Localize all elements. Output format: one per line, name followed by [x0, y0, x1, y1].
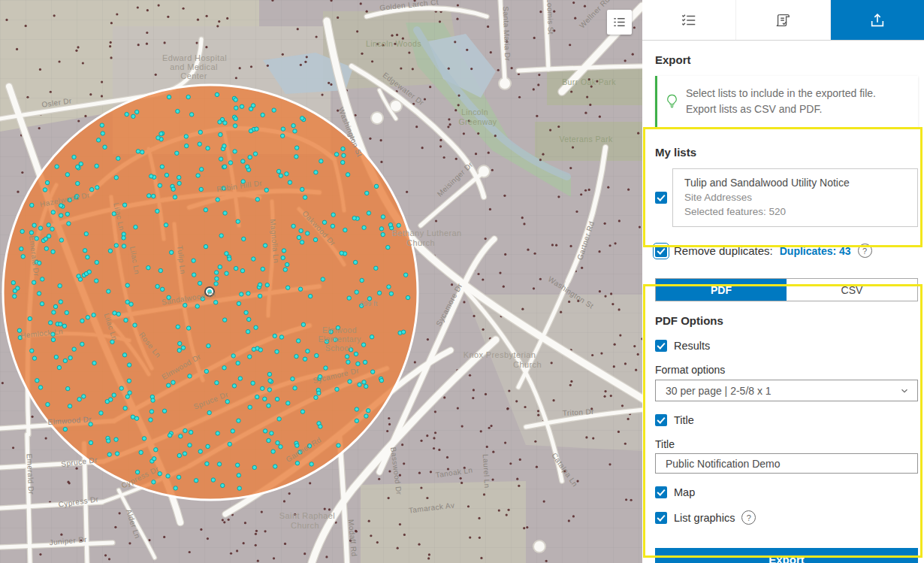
svg-text:Greenway: Greenway — [458, 117, 497, 126]
svg-text:699 ft: 699 ft — [360, 300, 378, 307]
list-item-checkbox[interactable] — [655, 192, 667, 204]
remove-duplicates-row: Remove duplicates: Duplicates: 43 ? — [655, 244, 918, 258]
list-item-row: Tulip and Sandalwood Utility Notice Site… — [655, 168, 918, 227]
svg-text:Church: Church — [406, 238, 435, 247]
title-field-label: Title — [655, 438, 918, 450]
format-options-value: 30 per page | 2-5/8 x 1 — [666, 385, 899, 397]
map-checkbox[interactable] — [655, 486, 667, 498]
list-icon — [612, 15, 627, 29]
svg-text:Triton Dr: Triton Dr — [562, 407, 594, 417]
panel-tabbar — [642, 0, 924, 41]
map-canvas[interactable]: Golden Larch CtSanta Maria DrLoomis StWe… — [0, 0, 642, 563]
pdf-options-heading: PDF Options — [655, 314, 918, 327]
export-button[interactable]: Export — [655, 548, 918, 563]
my-lists-heading: My lists — [655, 146, 918, 159]
list-item-layer: Site Addresses — [684, 191, 906, 204]
upload-icon — [869, 12, 886, 29]
title-checkbox-label: Title — [674, 414, 694, 426]
remove-duplicates-label: Remove duplicates: — [674, 244, 773, 257]
format-toggle: PDF CSV — [655, 278, 918, 301]
svg-text:Lincoln Woods: Lincoln Woods — [366, 39, 421, 48]
tab-export[interactable] — [831, 0, 924, 40]
tab-notifications[interactable] — [736, 0, 830, 40]
basemap: Golden Larch CtSanta Maria DrLoomis StWe… — [0, 0, 642, 563]
list-graphics-label: List graphics — [674, 512, 735, 524]
map-checkbox-label: Map — [674, 486, 695, 498]
tab-lists[interactable] — [642, 0, 736, 40]
list-item-title: Tulip and Sandalwood Utility Notice — [684, 176, 906, 190]
checklist-icon — [681, 12, 697, 29]
svg-text:Edward Hospital: Edward Hospital — [162, 53, 227, 62]
duplicates-help-icon[interactable]: ? — [858, 244, 872, 258]
svg-text:Elementary: Elementary — [318, 334, 361, 344]
svg-text:Bethany Lutheran: Bethany Lutheran — [391, 229, 461, 238]
svg-text:Church: Church — [291, 521, 319, 530]
svg-text:Burr Oak Park: Burr Oak Park — [562, 77, 616, 86]
panel-title: Export — [655, 53, 918, 66]
tip-line-1: Select lists to include in the exported … — [686, 87, 876, 99]
format-options-select[interactable]: 30 per page | 2-5/8 x 1 — [655, 380, 918, 401]
tip-line-2: Export lists as CSV and PDF. — [686, 103, 822, 115]
list-graphics-help-icon[interactable]: ? — [741, 510, 756, 525]
lightbulb-icon — [657, 94, 686, 109]
svg-text:Saint Raphael: Saint Raphael — [279, 511, 335, 520]
svg-text:Church: Church — [513, 360, 542, 369]
svg-text:Knox Presbyterian: Knox Presbyterian — [464, 350, 536, 359]
format-options-label: Format options — [655, 364, 918, 376]
results-row: Results — [655, 340, 918, 352]
svg-text:Loomis St: Loomis St — [545, 0, 555, 35]
list-item-selected-count: Selected features: 520 — [684, 205, 906, 219]
map-list-button[interactable] — [607, 10, 632, 35]
svg-text:Veterans Park: Veterans Park — [559, 135, 613, 144]
export-panel: Export Select lists to include in the ex… — [642, 0, 924, 563]
chevron-down-icon — [899, 386, 910, 396]
duplicates-count-link[interactable]: Duplicates: 43 — [780, 245, 851, 257]
results-checkbox[interactable] — [655, 340, 667, 352]
tip-message: Select lists to include in the exported … — [655, 76, 918, 127]
svg-text:and Medical: and Medical — [170, 62, 218, 71]
list-graphics-row: List graphics ? — [655, 510, 918, 525]
results-label: Results — [674, 340, 710, 352]
svg-text:Lincoln: Lincoln — [461, 107, 488, 117]
list-item-card[interactable]: Tulip and Sandalwood Utility Notice Site… — [672, 168, 918, 227]
title-checkbox-row: Title — [655, 414, 918, 426]
title-checkbox[interactable] — [655, 414, 667, 426]
remove-duplicates-checkbox[interactable] — [655, 245, 667, 257]
svg-text:Elmwood: Elmwood — [322, 325, 357, 334]
svg-text:Center: Center — [180, 71, 207, 80]
scroll-check-icon — [775, 12, 791, 29]
svg-text:School: School — [325, 344, 352, 353]
format-option-pdf[interactable]: PDF — [656, 279, 787, 301]
title-input[interactable] — [655, 453, 918, 474]
map-checkbox-row: Map — [655, 486, 918, 498]
app-root: Golden Larch CtSanta Maria DrLoomis StWe… — [0, 0, 924, 563]
format-option-csv[interactable]: CSV — [787, 279, 917, 301]
list-graphics-checkbox[interactable] — [655, 512, 667, 524]
